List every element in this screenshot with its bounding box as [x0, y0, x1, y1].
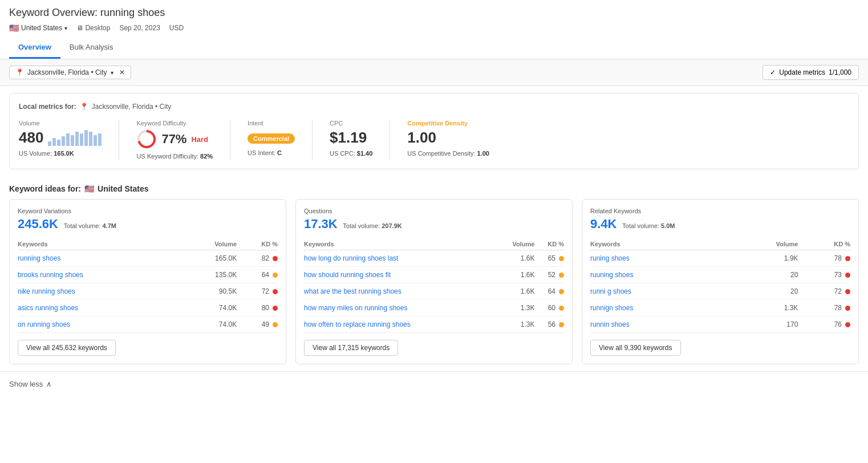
related-col-kw: Keywords — [590, 238, 727, 250]
keyword-ideas-section: Keyword ideas for: 🇺🇸 United States Keyw… — [9, 176, 859, 364]
kd-cell: 49 — [237, 316, 278, 333]
questions-col-kw: Keywords — [304, 238, 495, 250]
bar — [66, 133, 70, 146]
kd-label: Keyword Difficulty — [136, 120, 213, 127]
view-all-questions-button[interactable]: View all 17,315 keywords — [304, 340, 398, 356]
kw-link[interactable]: how many miles on running shoes — [304, 304, 407, 312]
bar — [94, 135, 97, 146]
variations-count: 245.6K — [18, 217, 58, 231]
dot-icon — [845, 273, 850, 278]
related-category: Related Keywords — [590, 208, 850, 214]
table-row: brooks running shoes 135.0K 64 — [18, 267, 278, 283]
kd-cell: 60 — [535, 300, 565, 316]
kd-cell: 65 — [535, 250, 565, 267]
related-col-vol: Volume — [727, 238, 798, 250]
dot-icon — [845, 306, 850, 311]
volume-value: 480 — [19, 129, 102, 147]
kd-cell: 78 — [798, 300, 850, 316]
kw-link[interactable]: runni g shoes — [590, 287, 631, 295]
bar — [62, 136, 65, 146]
close-icon[interactable]: ✕ — [119, 68, 125, 76]
vol-cell: 20 — [727, 267, 798, 283]
bar — [71, 135, 74, 146]
related-count: 9.4K — [590, 217, 616, 231]
kw-link[interactable]: brooks running shoes — [18, 271, 83, 279]
questions-category: Questions — [304, 208, 564, 214]
kw-link[interactable]: on running shoes — [18, 320, 70, 328]
location-icon: 📍 — [80, 103, 88, 111]
vol-cell: 1.3K — [495, 316, 535, 333]
related-header: Related Keywords 9.4K Total volume: 5.0M — [590, 208, 850, 232]
dot-icon — [273, 289, 278, 294]
tab-bar: Overview Bulk Analysis — [9, 38, 859, 59]
dot-icon — [559, 322, 564, 327]
tab-overview[interactable]: Overview — [9, 38, 60, 59]
cpc-sub: US CPC: $1.40 — [330, 150, 372, 157]
comp-density-value: 1.00 — [407, 129, 489, 147]
kw-link[interactable]: how often to replace running shoes — [304, 320, 411, 328]
vol-cell: 1.3K — [495, 300, 535, 316]
country-selector[interactable]: 🇺🇸 United States ▾ — [9, 23, 67, 33]
variations-col-kw: Keywords — [18, 238, 181, 250]
dot-icon — [845, 322, 850, 327]
volume-sub: US Volume: 165.0K — [19, 150, 102, 157]
table-row: how many miles on running shoes 1.3K 60 — [304, 300, 564, 316]
location-filter[interactable]: 📍 Jacksonville, Florida • City ▾ ✕ — [9, 66, 131, 79]
tab-bulk-analysis[interactable]: Bulk Analysis — [60, 38, 123, 59]
dot-icon — [559, 289, 564, 294]
variations-col-vol: Volume — [181, 238, 237, 250]
local-metrics-label: Local metrics for: 📍 Jacksonville, Flori… — [19, 103, 849, 111]
kd-cell: 64 — [237, 267, 278, 283]
related-table: Keywords Volume KD % runing shoes 1.9K 7… — [590, 238, 850, 333]
kd-block: Keyword Difficulty 77% Hard US Keyword D… — [136, 120, 230, 160]
chevron-down-icon: ▾ — [64, 25, 67, 31]
related-col: Related Keywords 9.4K Total volume: 5.0M… — [582, 199, 859, 364]
view-all-variations-button[interactable]: View all 245,632 keywords — [18, 340, 116, 356]
table-row: how long do running shoes last 1.6K 65 — [304, 250, 564, 267]
kw-link[interactable]: runing shoes — [590, 254, 630, 262]
vol-cell: 170 — [727, 316, 798, 333]
bar — [57, 140, 60, 146]
intent-block: Intent Commercial US Intent: C — [248, 120, 313, 160]
keyword-ideas-title: Keyword ideas for: 🇺🇸 United States — [9, 176, 859, 199]
kd-value: 77% Hard — [136, 129, 213, 149]
table-row: how should running shoes fit 1.6K 52 — [304, 267, 564, 283]
kw-link[interactable]: asics running shoes — [18, 304, 78, 312]
update-metrics-button[interactable]: ✓ Update metrics 1/1,000 — [762, 65, 859, 80]
table-row: on running shoes 74.0K 49 — [18, 316, 278, 333]
view-all-related-button[interactable]: View all 9,390 keywords — [590, 340, 681, 356]
vol-cell: 20 — [727, 283, 798, 300]
questions-total: Total volume: 207.9K — [343, 222, 401, 229]
kw-link[interactable]: runnign shoes — [590, 304, 633, 312]
vol-cell: 74.0K — [181, 316, 237, 333]
metrics-row: Volume 480 US — [19, 120, 849, 160]
vol-cell: 1.9K — [727, 250, 798, 267]
dot-icon — [273, 322, 278, 327]
table-row: how often to replace running shoes 1.3K … — [304, 316, 564, 333]
dot-icon — [845, 256, 850, 261]
questions-count: 17.3K — [304, 217, 338, 231]
kw-link[interactable]: runnin shoes — [590, 320, 630, 328]
device-meta: 🖥 Desktop — [76, 24, 110, 32]
kw-link[interactable]: ruuning shoes — [590, 271, 633, 279]
kw-link[interactable]: nike running shoes — [18, 287, 75, 295]
related-col-kd: KD % — [798, 238, 850, 250]
show-less-button[interactable]: Show less ∧ — [0, 371, 868, 396]
kw-link[interactable]: what are the best running shoes — [304, 287, 401, 295]
comp-density-block: Competitive Density 1.00 US Competitive … — [407, 120, 506, 160]
bar — [89, 132, 92, 146]
date-meta: Sep 20, 2023 — [119, 24, 160, 32]
kd-cell: 73 — [798, 267, 850, 283]
comp-density-label: Competitive Density — [407, 120, 489, 127]
dot-icon — [845, 289, 850, 294]
questions-header: Questions 17.3K Total volume: 207.9K — [304, 208, 564, 232]
chevron-up-icon: ∧ — [46, 380, 52, 388]
kw-link[interactable]: how should running shoes fit — [304, 271, 391, 279]
location-pin-icon: 📍 — [15, 68, 24, 76]
desktop-icon: 🖥 — [76, 24, 83, 32]
kw-link[interactable]: running shoes — [18, 254, 60, 262]
kd-cell: 56 — [535, 316, 565, 333]
vol-cell: 135.0K — [181, 267, 237, 283]
kw-link[interactable]: how long do running shoes last — [304, 254, 398, 262]
intent-label: Intent — [248, 120, 295, 127]
